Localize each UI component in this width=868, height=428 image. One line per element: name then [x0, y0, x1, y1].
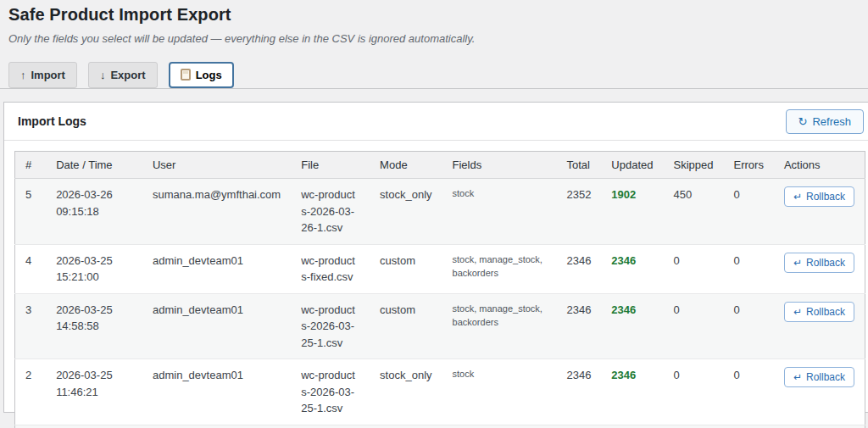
refresh-button[interactable]: ↻ Refresh [786, 109, 864, 134]
cell-skipped: 0 [664, 359, 724, 425]
cell-id: 5 [15, 179, 47, 245]
table-header: # Date / Time User File Mode Fields Tota… [15, 152, 865, 179]
rollback-button[interactable]: ↵ Rollback [784, 367, 854, 387]
cell-skipped: 0 [664, 425, 724, 428]
table-row: 3 2026-03-25 14:58:58 admin_devteam01 wc… [15, 293, 865, 359]
cell-datetime: 2026-03-25 10:56:49 [46, 425, 142, 428]
cell-fields: stock, manage_stock, backorders [442, 293, 557, 359]
rollback-button-label: Rollback [806, 191, 845, 203]
col-header-datetime: Date / Time [46, 152, 142, 179]
col-header-total: Total [556, 152, 601, 179]
rollback-button-label: Rollback [806, 306, 845, 318]
col-header-file: File [291, 152, 370, 179]
cell-mode: custom [370, 244, 442, 293]
cell-id: 1 [15, 425, 47, 428]
cell-user: admin_devteam01 [142, 244, 291, 293]
cell-actions: ↵ Rollback [774, 244, 865, 293]
cell-datetime: 2026-03-25 14:58:58 [46, 293, 142, 359]
cell-user: sumana.ma@ymfthai.com [142, 425, 291, 428]
cell-errors: 0 [724, 293, 774, 359]
col-header-errors: Errors [724, 152, 774, 179]
table-row: 1 2026-03-25 10:56:49 sumana.ma@ymfthai.… [15, 425, 865, 428]
cell-actions: ↵ Rollback [774, 425, 865, 428]
cell-fields: stock [442, 425, 557, 428]
cell-total: 2346 [556, 244, 601, 293]
col-header-fields: Fields [442, 152, 557, 179]
logs-table-container: # Date / Time User File Mode Fields Tota… [4, 141, 868, 428]
cell-errors: 0 [724, 425, 774, 428]
refresh-button-label: Refresh [812, 115, 851, 128]
cell-file: wc-products-2026-03-26-1.csv [291, 179, 370, 245]
cell-datetime: 2026-03-25 15:21:00 [46, 244, 142, 293]
tab-export[interactable]: ↓ Export [88, 62, 158, 88]
cell-updated: 2346 [601, 425, 663, 428]
cell-skipped: 0 [664, 293, 724, 359]
col-header-skipped: Skipped [664, 152, 724, 179]
cell-fields: stock [442, 359, 557, 425]
cell-errors: 0 [724, 179, 774, 245]
tab-import[interactable]: ↑ Import [8, 62, 77, 88]
cell-mode: stock_only [370, 425, 442, 428]
cell-user: admin_devteam01 [142, 293, 291, 359]
cell-mode: stock_only [370, 179, 442, 245]
rollback-button-label: Rollback [806, 371, 845, 383]
rollback-button[interactable]: ↵ Rollback [784, 253, 854, 273]
cell-updated: 1902 [601, 179, 663, 245]
cell-file: wc-products-2026-03-25-1.csv [291, 359, 370, 425]
table-row: 2 2026-03-25 11:46:21 admin_devteam01 wc… [15, 359, 865, 425]
tab-import-label: Import [31, 69, 65, 81]
arrow-down-icon: ↓ [100, 69, 106, 81]
cell-datetime: 2026-03-26 09:15:18 [46, 179, 142, 245]
cell-skipped: 0 [664, 244, 724, 293]
page-header: Safe Product Import Export Only the fiel… [0, 0, 868, 45]
cell-actions: ↵ Rollback [774, 359, 865, 425]
col-header-updated: Updated [601, 152, 663, 179]
cell-errors: 0 [724, 359, 774, 425]
cell-datetime: 2026-03-25 11:46:21 [46, 359, 142, 425]
rollback-button[interactable]: ↵ Rollback [784, 186, 854, 207]
cell-errors: 0 [724, 244, 774, 293]
tab-bar: ↑ Import ↓ Export Logs [0, 62, 868, 89]
col-header-user: User [142, 152, 291, 179]
cell-actions: ↵ Rollback [774, 179, 865, 245]
rollback-icon: ↵ [793, 371, 802, 383]
cell-skipped: 450 [664, 179, 724, 245]
tab-logs[interactable]: Logs [169, 62, 234, 88]
panel-header: Import Logs ↻ Refresh [4, 103, 868, 141]
cell-total: 2346 [556, 359, 601, 425]
col-header-mode: Mode [370, 152, 442, 179]
rollback-icon: ↵ [793, 191, 802, 203]
table-body: 5 2026-03-26 09:15:18 sumana.ma@ymfthai.… [15, 179, 865, 428]
cell-id: 3 [15, 293, 47, 359]
arrow-up-icon: ↑ [20, 69, 26, 81]
rollback-button-label: Rollback [806, 257, 845, 269]
cell-updated: 2346 [601, 244, 663, 293]
refresh-icon: ↻ [798, 115, 808, 128]
cell-file: wc-products-2026-03-25-1.csv [291, 425, 370, 428]
table-row: 5 2026-03-26 09:15:18 sumana.ma@ymfthai.… [15, 179, 865, 245]
table-row: 4 2026-03-25 15:21:00 admin_devteam01 wc… [15, 244, 865, 293]
rollback-button[interactable]: ↵ Rollback [784, 302, 854, 322]
cell-fields: stock, manage_stock, backorders [442, 244, 557, 293]
import-logs-table: # Date / Time User File Mode Fields Tota… [14, 151, 865, 428]
tab-export-label: Export [110, 69, 145, 81]
import-logs-panel: Import Logs ↻ Refresh # Date / Time User… [3, 102, 868, 413]
clipboard-icon [181, 69, 191, 81]
page-subtitle: Only the fields you select will be updat… [8, 32, 860, 45]
rollback-icon: ↵ [793, 306, 802, 318]
cell-user: sumana.ma@ymfthai.com [142, 179, 291, 245]
panel-title: Import Logs [18, 114, 86, 128]
cell-updated: 2346 [601, 293, 663, 359]
cell-file: wc-products-2026-03-25-1.csv [291, 293, 370, 359]
cell-user: admin_devteam01 [142, 359, 291, 425]
cell-total: 2346 [556, 293, 601, 359]
cell-updated: 2346 [601, 359, 663, 425]
rollback-icon: ↵ [793, 257, 802, 269]
cell-id: 2 [15, 359, 47, 425]
tab-logs-label: Logs [196, 69, 222, 81]
cell-mode: stock_only [370, 359, 442, 425]
cell-file: wc-products-fixed.csv [291, 244, 370, 293]
col-header-id: # [15, 152, 47, 179]
page-title: Safe Product Import Export [8, 5, 860, 25]
cell-actions: ↵ Rollback [774, 293, 865, 359]
